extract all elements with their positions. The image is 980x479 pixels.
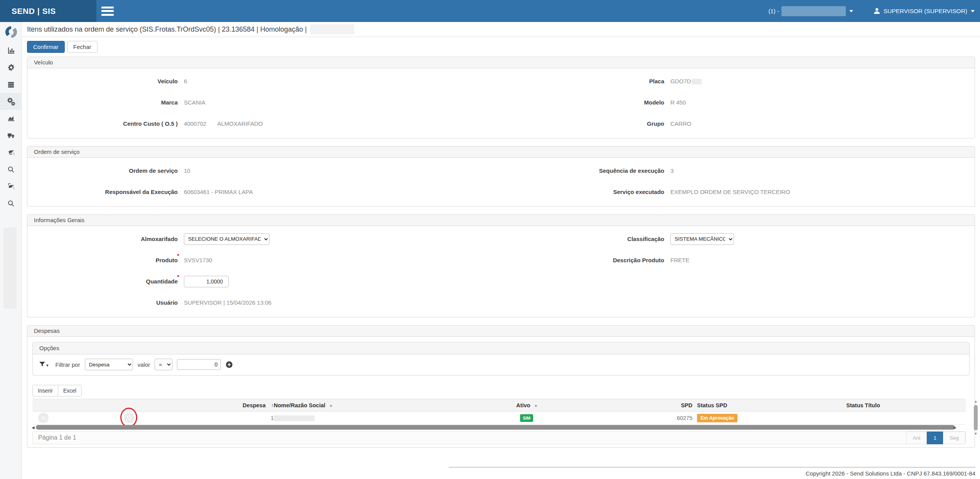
cell-ativo: SIM xyxy=(490,412,564,425)
page-1-button[interactable]: 1 xyxy=(927,432,943,444)
hscroll-thumb[interactable] xyxy=(36,425,955,430)
col-ativo-header[interactable]: Ativo▾ xyxy=(490,399,564,412)
modelo-label: Modelo xyxy=(518,99,664,106)
sidebar-item-search[interactable] xyxy=(0,161,22,178)
sequencia-value: 3 xyxy=(670,167,975,174)
footer-copyright: Copyright 2026 - Send Solutions Ltda - C… xyxy=(449,467,975,477)
horizontal-scrollbar[interactable]: ◀ ▶ xyxy=(32,425,966,430)
sidebar-item-fuel[interactable] xyxy=(0,144,22,161)
ativo-badge: SIM xyxy=(520,414,533,422)
app-logo[interactable] xyxy=(0,22,22,42)
filter-field-select[interactable]: Despesa xyxy=(85,359,133,370)
undo-icon xyxy=(126,415,132,421)
responsavel-label: Responsável da Execução xyxy=(27,189,178,195)
produto-label: Produto* xyxy=(27,257,178,263)
classificacao-select[interactable]: SISTEMA MECÂNICO xyxy=(670,233,734,245)
inserir-button[interactable]: Inserir xyxy=(32,385,58,396)
nome-redacted-block xyxy=(274,415,315,421)
panel-despesas-title: Despesas xyxy=(27,326,975,337)
filter-funnel-icon[interactable]: ▾ xyxy=(39,361,49,368)
panel-info-title: Informações Gerais xyxy=(27,215,975,226)
panel-ordem-title: Ordem de serviço xyxy=(27,147,975,158)
veiculo-label: Veículo xyxy=(27,78,178,84)
usuario-value: SUPERVISOR | 15/04/2026 13:06 xyxy=(184,299,512,306)
grid-header-row: Despesa↑ Nome/Razão Social▾ Ativo▾ SPD S… xyxy=(32,399,966,412)
sidebar-item-settings[interactable] xyxy=(0,59,22,76)
col-despesa-header[interactable]: Despesa↑ xyxy=(194,399,274,412)
sidebar-item-fleet[interactable] xyxy=(0,127,22,144)
ordem-servico-label: Ordem de serviço xyxy=(27,167,178,174)
marca-value: SCANIA xyxy=(184,99,512,106)
classificacao-label: Classificação xyxy=(518,236,664,242)
sidebar-item-dashboard[interactable] xyxy=(0,42,22,59)
descricao-produto-value: FRETE xyxy=(670,257,975,263)
chevron-down-icon xyxy=(971,10,975,12)
truck-icon xyxy=(7,132,15,139)
cell-status-titulo xyxy=(842,412,966,425)
cell-status-spd: Em Aprovação xyxy=(692,412,842,425)
col-spd-header[interactable]: SPD xyxy=(564,399,692,412)
almoxarifado-label: Almoxarifado xyxy=(27,236,178,242)
sidebar-scrollbar[interactable] xyxy=(3,228,17,309)
menu-toggle-icon[interactable] xyxy=(101,7,114,16)
modelo-value: R 450 xyxy=(670,99,975,106)
cell-despesa: 1 xyxy=(194,412,274,425)
valor-label: valor xyxy=(138,361,150,368)
required-asterisk: * xyxy=(177,252,179,259)
produto-value: SVSV1730 xyxy=(184,257,512,263)
vscroll-thumb[interactable] xyxy=(974,405,978,430)
col-undo xyxy=(109,399,194,412)
search-icon xyxy=(7,166,15,173)
confirm-button[interactable]: Confirmar xyxy=(27,41,65,53)
add-filter-icon[interactable] xyxy=(226,361,233,368)
next-page-button[interactable]: Seg xyxy=(943,432,965,444)
bar-chart-icon xyxy=(7,47,15,54)
sidebar-item-search-2[interactable] xyxy=(0,195,22,212)
panel-veiculo: Veículo Veículo 6 Placa GDO7D Marca SCAN… xyxy=(27,57,975,138)
col-nome-header[interactable]: Nome/Razão Social▾ xyxy=(274,399,490,412)
panel-informacoes-gerais: Informações Gerais Almoxarifado SELECION… xyxy=(27,214,975,317)
send-logo-icon xyxy=(5,25,18,39)
vertical-scrollbar[interactable]: ▲ ▼ xyxy=(973,400,979,436)
excel-button[interactable]: Excel xyxy=(58,385,82,396)
chevron-down-icon[interactable] xyxy=(849,10,853,12)
prev-page-button[interactable]: Ant xyxy=(906,432,927,444)
row-undo-button[interactable] xyxy=(124,413,135,423)
fuel-nozzle-icon xyxy=(7,148,15,156)
app-brand: SEND | SIS xyxy=(0,0,96,22)
scroll-right-icon[interactable]: ▶ xyxy=(953,425,956,430)
context-selector-redacted[interactable] xyxy=(781,6,846,16)
almoxarifado-select[interactable]: SELECIONE O ALMOXARIFADO xyxy=(184,233,269,245)
col-view xyxy=(32,399,109,412)
sequencia-label: Sequência de execução xyxy=(518,167,664,174)
sidebar-item-fuel-query[interactable] xyxy=(0,178,22,195)
table-row: 1 SIM 60275 Em Aprovação xyxy=(32,412,966,425)
filter-operator-select[interactable]: = xyxy=(155,359,172,370)
servico-executado-label: Serviço executado xyxy=(518,189,664,195)
filtrar-por-label: Filtrar por xyxy=(56,361,80,368)
sidebar-item-reports[interactable] xyxy=(0,110,22,127)
centro-custo-label: Centro Custo ( O.5 ) xyxy=(27,120,178,127)
col-status-titulo-header[interactable]: Status Título xyxy=(842,399,966,412)
row-view-button[interactable] xyxy=(38,413,49,423)
veiculo-value: 6 xyxy=(184,78,512,84)
cell-spd: 60275 xyxy=(564,412,692,425)
gear-icon xyxy=(7,64,15,71)
user-name: SUPERVISOR (SUPERVISOR) xyxy=(884,8,967,15)
scroll-down-icon[interactable]: ▼ xyxy=(973,432,979,436)
user-menu[interactable]: SUPERVISOR (SUPERVISOR) xyxy=(873,7,975,15)
placa-value: GDO7D xyxy=(670,78,975,85)
sort-caret-icon: ▾ xyxy=(330,403,332,408)
col-status-spd-header[interactable]: Status SPD xyxy=(692,399,842,412)
filter-value-input[interactable] xyxy=(177,359,221,370)
quantidade-input[interactable] xyxy=(184,276,229,287)
sidebar-item-registers[interactable] xyxy=(0,76,22,93)
scroll-left-icon[interactable]: ◀ xyxy=(32,425,35,430)
scroll-up-icon[interactable]: ▲ xyxy=(973,400,979,403)
sidebar-item-services[interactable] xyxy=(0,93,22,110)
sort-caret-icon: ▾ xyxy=(535,403,537,408)
server-list-icon xyxy=(7,81,15,88)
descricao-produto-label: Descrição Produto xyxy=(518,257,664,263)
grid-pagination: Página 1 de 1 Ant 1 Seg xyxy=(32,431,966,444)
close-button[interactable]: Fechar xyxy=(67,41,98,53)
